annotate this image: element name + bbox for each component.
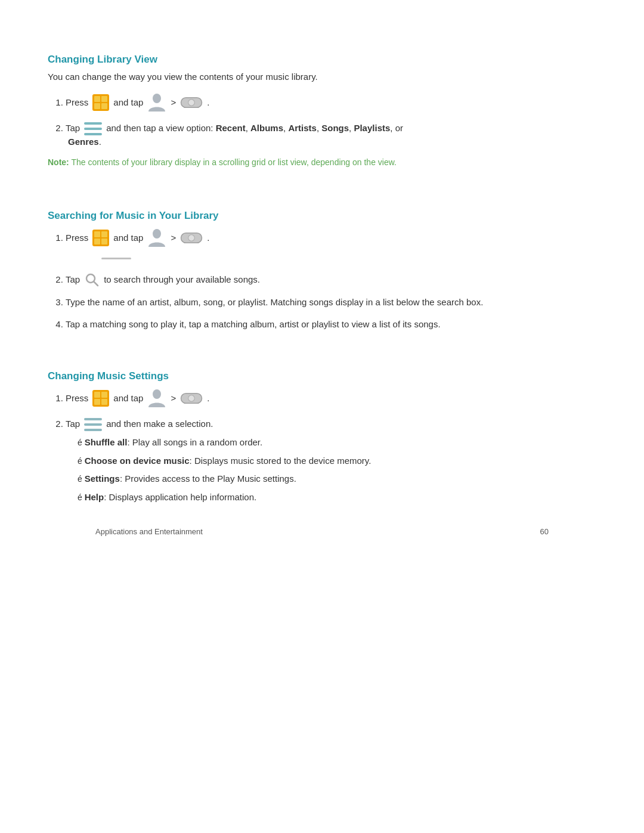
svg-point-0: [153, 94, 161, 103]
person-icon: [147, 92, 166, 113]
press-label: Press: [66, 95, 88, 110]
sub-item-settings: Settings: Provides access to the Play Mu…: [78, 472, 596, 486]
footer-page: 60: [540, 527, 549, 536]
section-intro-library-view: You can change the way you view the cont…: [48, 72, 596, 82]
arrow-ms: >: [171, 391, 176, 405]
genres-label: Genres: [68, 137, 99, 147]
svg-point-2: [188, 100, 195, 106]
device-music-label: Choose on device music: [85, 456, 190, 466]
tap-label-ms2: Tap: [66, 417, 80, 431]
svg-rect-16: [84, 423, 102, 426]
svg-point-12: [153, 389, 161, 399]
settings-text: : Provides access to the Play Music sett…: [120, 473, 296, 484]
sub-options-list: Shuffle all: Play all songs in a random …: [78, 436, 596, 504]
menu-grid-icon-ms: [92, 390, 109, 407]
search-suffix: to search through your available songs.: [104, 272, 260, 287]
section-music-settings: Changing Music Settings Press and tap >: [48, 370, 596, 504]
menu-grid-icon-s: [92, 230, 109, 246]
person-icon-ms: [147, 388, 166, 408]
footer: Applications and Entertainment 60: [95, 527, 549, 536]
search-icon: [84, 272, 100, 287]
period-ms: .: [207, 391, 209, 405]
settings-pill-icon-s: [180, 230, 203, 246]
and-tap-label-ms: and tap: [113, 391, 143, 405]
svg-rect-15: [84, 418, 102, 420]
person-icon-s: [147, 228, 166, 248]
svg-rect-3: [84, 122, 102, 125]
press-label-s: Press: [66, 231, 88, 245]
period-s: .: [207, 231, 209, 245]
and-tap-label: and tap: [113, 95, 143, 110]
step-1-searching: Press and tap >: [66, 228, 596, 264]
device-music-text: : Displays music stored to the device me…: [190, 456, 371, 466]
section-title-searching: Searching for Music in Your Library: [48, 210, 596, 222]
note-label: Note:: [48, 157, 69, 167]
section-title-library-view: Changing Library View: [48, 54, 596, 66]
step-4-searching: Tap a matching song to play it, tap a ma…: [66, 318, 596, 332]
sub-item-device-music: Choose on device music: Displays music s…: [78, 454, 596, 468]
settings-label: Settings: [85, 473, 120, 484]
note-text: The contents of your library display in …: [71, 157, 397, 167]
tap-label-s2: Tap: [66, 272, 80, 287]
note-library-view: Note: The contents of your library displ…: [48, 157, 596, 167]
svg-line-11: [94, 281, 98, 286]
step-4-text: Tap a matching song to play it, tap a ma…: [66, 319, 441, 329]
sub-item-shuffle: Shuffle all: Play all songs in a random …: [78, 436, 596, 450]
step-3-searching: Type the name of an artist, album, song,…: [66, 296, 596, 309]
step-3-text: Type the name of an artist, album, song,…: [66, 297, 483, 307]
and-then-make-label: and then make a selection.: [106, 417, 213, 431]
svg-point-6: [153, 229, 161, 239]
menu-grid-icon: [92, 94, 109, 111]
and-then-label: and then tap a view option: Recent, Albu…: [106, 121, 403, 135]
period: .: [207, 95, 209, 110]
svg-point-14: [188, 395, 195, 402]
step-1-library-view: Press and tap >: [66, 92, 596, 113]
settings-pill-icon: [180, 95, 203, 110]
svg-point-8: [188, 234, 195, 241]
help-label: Help: [85, 492, 104, 502]
help-text: : Displays application help information.: [104, 492, 256, 502]
arrow-s: >: [171, 231, 176, 245]
shuffle-label: Shuffle all: [85, 437, 128, 447]
press-label-ms: Press: [66, 391, 88, 405]
lines-icon: [84, 121, 102, 135]
section-title-music-settings: Changing Music Settings: [48, 370, 596, 382]
svg-rect-4: [84, 128, 102, 130]
section-searching-music: Searching for Music in Your Library Pres…: [48, 210, 596, 332]
step-1-settings: Press and tap >: [66, 388, 596, 408]
and-tap-label-s: and tap: [113, 231, 143, 245]
underline-icon: [101, 258, 131, 260]
step-2-library-view: Tap and then tap a view option: Recent, …: [66, 121, 596, 149]
svg-rect-9: [101, 258, 131, 259]
step-2-searching: Tap to search through your available son…: [66, 272, 596, 287]
settings-pill-icon-ms: [180, 391, 203, 406]
step-2-settings: Tap and then make a selection. Shuffle a…: [66, 417, 596, 504]
svg-rect-17: [84, 429, 102, 431]
hamburger-icon-ms: [84, 417, 102, 431]
footer-left: Applications and Entertainment: [95, 527, 203, 536]
shuffle-text: : Play all songs in a random order.: [127, 437, 262, 447]
sub-item-help: Help: Displays application help informat…: [78, 491, 596, 504]
section-changing-library-view: Changing Library View You can change the…: [48, 54, 596, 167]
tap-label-2: Tap: [66, 121, 80, 135]
arrow-label: >: [171, 95, 176, 110]
